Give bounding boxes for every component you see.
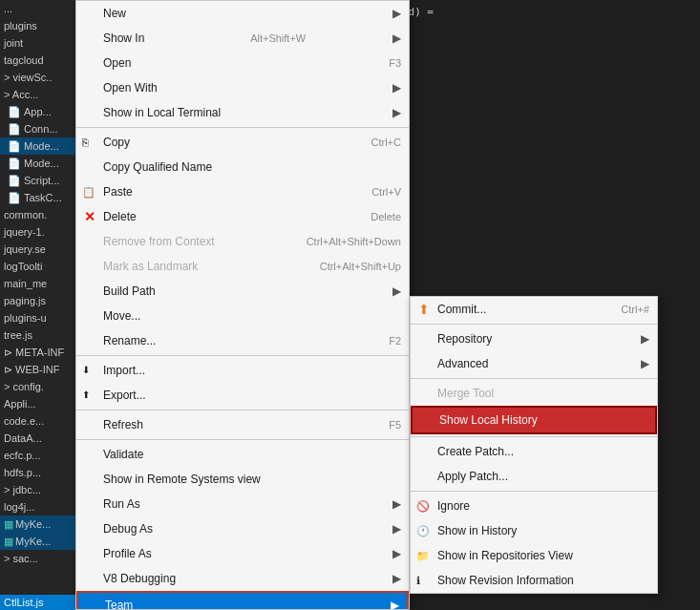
status-bar: CtlList.js — [0, 595, 75, 610]
menu-item-run-as[interactable]: Run As ▶ — [76, 492, 409, 516]
file-tree-item[interactable]: logToolti — [0, 258, 75, 275]
submenu-item-commit[interactable]: ⬆ Commit... Ctrl+# — [411, 297, 657, 322]
file-tree-item[interactable]: DataA... — [0, 430, 75, 447]
menu-item-export-label: Export... — [103, 386, 146, 405]
menu-item-rename[interactable]: Rename... F2 — [76, 328, 409, 353]
menu-item-copy-qualified[interactable]: Copy Qualified Name — [76, 155, 409, 179]
submenu-item-create-patch[interactable]: Create Patch... — [411, 439, 657, 464]
submenu-item-shortcut: Ctrl+# — [602, 300, 649, 319]
submenu-arrow-icon: ▶ — [392, 544, 401, 563]
file-tree-item[interactable]: joint — [0, 34, 75, 52]
menu-item-team[interactable]: Team ▶ — [76, 591, 409, 610]
menu-item-copy[interactable]: ⎘ Copy Ctrl+C — [76, 130, 409, 155]
menu-item-import[interactable]: ⬇ Import... — [76, 358, 409, 383]
file-tree-item[interactable]: ... — [0, 0, 75, 17]
file-tree-item[interactable]: plugins — [0, 17, 75, 34]
ignore-icon: 🚫 — [416, 496, 430, 515]
submenu-item-ignore[interactable]: 🚫 Ignore — [411, 494, 657, 518]
menu-item-build-path-label: Build Path — [103, 282, 156, 301]
submenu-item-show-in-repos[interactable]: 📁 Show in Repositories View — [411, 543, 657, 568]
submenu-item-show-in-history[interactable]: 🕐 Show in History — [411, 518, 657, 543]
file-tree-item[interactable]: common. — [0, 206, 75, 223]
menu-item-validate[interactable]: Validate — [76, 442, 409, 467]
submenu-item-show-in-repos-label: Show in Repositories View — [437, 546, 573, 565]
file-tree-item[interactable]: ⊳ META-INF — [0, 344, 75, 361]
menu-separator — [76, 439, 409, 440]
submenu-arrow-icon: ▶ — [392, 4, 401, 23]
submenu-item-show-revision-label: Show Revision Information — [437, 571, 574, 590]
repos-icon: 📁 — [416, 546, 430, 565]
submenu-item-show-local-history[interactable]: Show Local History — [411, 406, 657, 434]
menu-item-open[interactable]: Open F3 — [76, 51, 409, 75]
file-tree-item[interactable]: > viewSc.. — [0, 69, 75, 86]
submenu-arrow-icon: ▶ — [392, 494, 401, 514]
menu-item-validate-label: Validate — [103, 445, 143, 464]
file-tree-item[interactable]: ▦MyKe... — [0, 533, 75, 550]
menu-item-delete-label: Delete — [103, 207, 137, 226]
menu-item-import-label: Import... — [103, 361, 145, 380]
file-tree-item[interactable]: paging.js — [0, 292, 75, 309]
submenu-item-create-patch-label: Create Patch... — [437, 442, 514, 461]
file-tree-item[interactable]: 📄Mode... — [0, 137, 75, 155]
menu-item-profile-as[interactable]: Profile As ▶ — [76, 541, 409, 566]
file-tree-item[interactable]: > Acc... — [0, 86, 75, 103]
file-tree-item[interactable]: 📄TaskC... — [0, 189, 75, 206]
submenu-item-advanced[interactable]: Advanced ▶ — [411, 351, 657, 376]
menu-item-export[interactable]: ⬆ Export... — [76, 383, 409, 408]
menu-item-show-terminal[interactable]: Show in Local Terminal ▶ — [76, 100, 409, 125]
submenu-arrow-icon: ▶ — [392, 78, 401, 97]
commit-icon: ⬆ — [414, 300, 434, 319]
menu-item-open-with-label: Open With — [103, 78, 158, 97]
menu-item-open-with[interactable]: Open With ▶ — [76, 75, 409, 100]
file-tree-item[interactable]: tree.js — [0, 326, 75, 344]
submenu-arrow-icon: ▶ — [392, 29, 401, 48]
file-tree-item[interactable]: plugins-u — [0, 309, 75, 326]
submenu-item-apply-patch[interactable]: Apply Patch... — [411, 464, 657, 489]
submenu-separator — [411, 491, 657, 492]
menu-item-delete[interactable]: ✕ Delete Delete — [76, 204, 409, 229]
submenu-separator — [411, 324, 657, 325]
menu-item-shortcut: Ctrl+Alt+Shift+Down — [287, 232, 401, 251]
submenu-item-repository[interactable]: Repository ▶ — [411, 326, 657, 351]
file-tree-item[interactable]: jquery-1. — [0, 223, 75, 241]
menu-item-v8[interactable]: V8 Debugging ▶ — [76, 566, 409, 591]
menu-item-show-in[interactable]: Show In Alt+Shift+W ▶ — [76, 26, 409, 51]
file-tree-item[interactable]: hdfs.p... — [0, 464, 75, 481]
menu-item-new-label: New — [103, 4, 126, 23]
menu-item-new[interactable]: New ▶ — [76, 1, 409, 26]
menu-item-build-path[interactable]: Build Path ▶ — [76, 279, 409, 304]
menu-item-move[interactable]: Move... — [76, 304, 409, 328]
menu-item-move-label: Move... — [103, 306, 140, 326]
submenu-item-merge-tool-label: Merge Tool — [437, 384, 494, 403]
menu-item-show-remote-label: Show in Remote Systems view — [103, 470, 261, 489]
file-tree-item[interactable]: > config. — [0, 378, 75, 395]
file-tree-item[interactable]: > jdbc... — [0, 481, 75, 498]
file-tree-item[interactable]: ecfc.p... — [0, 447, 75, 464]
submenu-item-show-in-history-label: Show in History — [437, 521, 517, 540]
file-tree-item[interactable]: main_me — [0, 275, 75, 292]
menu-item-debug-as[interactable]: Debug As ▶ — [76, 516, 409, 541]
menu-item-show-remote[interactable]: Show in Remote Systems view — [76, 467, 409, 492]
file-tree-item[interactable]: log4j... — [0, 498, 75, 515]
file-tree-item[interactable]: 📄Mode... — [0, 155, 75, 172]
file-tree-item[interactable]: 📄App... — [0, 103, 75, 120]
file-tree-item[interactable]: ⊳ WEB-INF — [0, 361, 75, 378]
submenu-item-repository-label: Repository — [437, 329, 492, 348]
file-tree-item[interactable]: ▦MyKe... — [0, 515, 75, 533]
file-tree-item[interactable]: tagcloud — [0, 52, 75, 69]
submenu-arrow-icon: ▶ — [392, 569, 401, 588]
submenu-arrow-icon: ▶ — [641, 354, 649, 373]
file-tree-item[interactable]: 📄Script... — [0, 172, 75, 189]
submenu-item-show-revision[interactable]: ℹ Show Revision Information — [411, 568, 657, 593]
file-tree-item[interactable]: Appli... — [0, 395, 75, 412]
file-tree-item[interactable]: jquery.se — [0, 241, 75, 258]
submenu-item-commit-label: Commit... — [437, 300, 486, 319]
file-tree-item[interactable]: code.e... — [0, 412, 75, 430]
file-tree-item[interactable]: 📄Conn... — [0, 120, 75, 137]
menu-item-paste[interactable]: 📋 Paste Ctrl+V — [76, 179, 409, 204]
menu-item-shortcut: Alt+Shift+W — [231, 29, 306, 48]
menu-item-refresh[interactable]: Refresh F5 — [76, 412, 409, 437]
submenu-item-advanced-label: Advanced — [437, 354, 488, 373]
file-tree-item[interactable]: > sac... — [0, 550, 75, 567]
menu-item-remove-context: Remove from Context Ctrl+Alt+Shift+Down — [76, 229, 409, 254]
